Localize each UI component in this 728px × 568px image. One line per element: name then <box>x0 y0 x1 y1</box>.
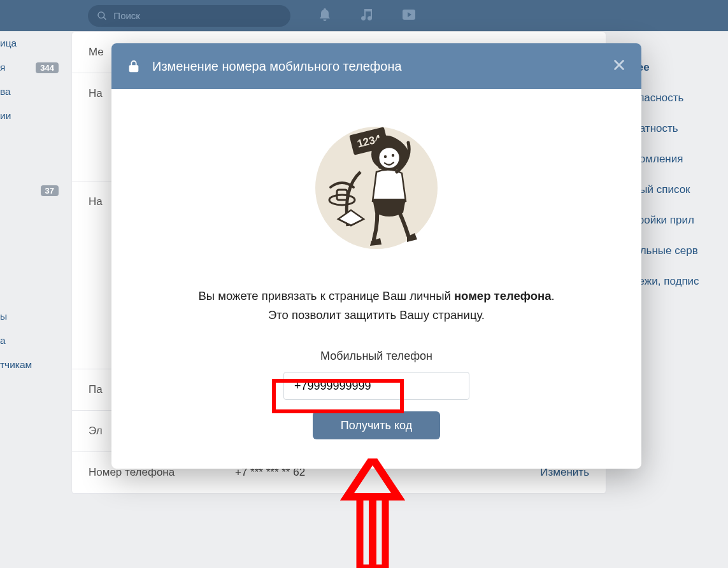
left-nav-item[interactable]: 37 <box>0 179 64 202</box>
bell-icon[interactable] <box>317 7 332 25</box>
left-nav-item[interactable]: ва <box>0 80 64 104</box>
svg-point-8 <box>392 154 394 157</box>
lock-icon <box>127 59 141 73</box>
music-icon[interactable] <box>359 7 375 25</box>
svg-point-9 <box>378 165 382 169</box>
close-icon <box>612 58 626 72</box>
modal-body: 1234 <box>111 89 641 469</box>
modal-header: Изменение номера мобильного телефона <box>111 43 641 89</box>
modal-title: Изменение номера мобильного телефона <box>152 59 402 74</box>
operator-illustration: 1234 <box>313 115 440 261</box>
search-icon <box>97 10 107 22</box>
left-nav-item[interactable]: тчикам <box>0 353 64 377</box>
change-phone-modal: Изменение номера мобильного телефона 123… <box>111 43 641 469</box>
modal-close-button[interactable] <box>612 58 626 75</box>
left-nav: ица я344 ва ии 37 ы а тчикам <box>0 31 64 377</box>
badge: 344 <box>36 62 59 73</box>
search-input[interactable] <box>113 10 282 21</box>
video-icon[interactable] <box>401 7 417 25</box>
modal-text: Вы можете привязать к странице Ваш личны… <box>143 287 610 324</box>
left-nav-item[interactable]: я344 <box>0 55 64 80</box>
left-nav-item[interactable]: ица <box>0 31 64 55</box>
phone-field-label: Мобильный телефон <box>143 350 610 363</box>
svg-point-7 <box>384 155 387 158</box>
top-nav <box>0 0 728 31</box>
phone-input[interactable] <box>283 372 469 400</box>
left-nav-item[interactable]: ы <box>0 304 64 329</box>
search-box[interactable] <box>88 5 290 27</box>
left-nav-item[interactable]: ии <box>0 104 64 128</box>
top-icons <box>317 7 417 25</box>
badge: 37 <box>41 185 59 196</box>
left-nav-item[interactable]: а <box>0 329 64 353</box>
get-code-button[interactable]: Получить код <box>313 411 440 439</box>
